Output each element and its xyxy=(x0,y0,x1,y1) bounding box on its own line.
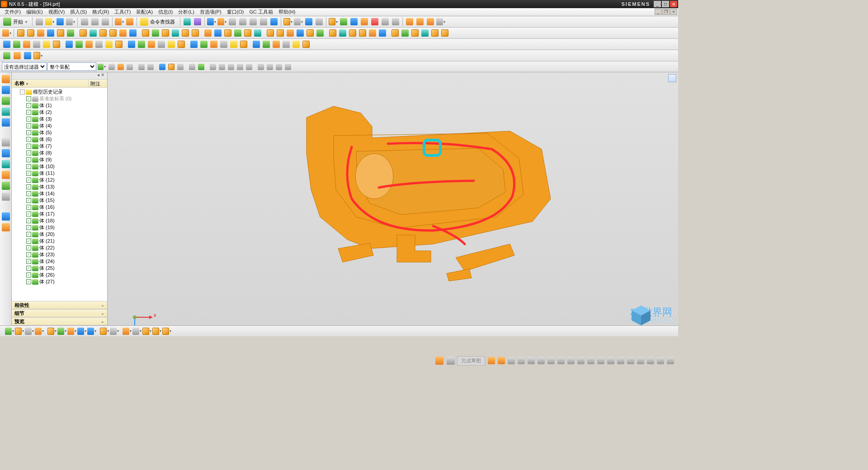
clip-button[interactable] xyxy=(349,17,359,27)
checkbox-icon[interactable]: ✓ xyxy=(26,232,31,237)
bottom-button-7[interactable] xyxy=(67,326,77,336)
checkbox-icon[interactable]: ✓ xyxy=(26,130,31,135)
new-button[interactable] xyxy=(34,17,44,27)
tree-row[interactable]: ✓体 (22) xyxy=(13,244,107,251)
checkbox-icon[interactable]: ✓ xyxy=(26,266,31,271)
feature-button-13[interactable] xyxy=(141,28,151,38)
checkbox-icon[interactable]: ✓ xyxy=(26,123,31,128)
checkbox-icon[interactable]: ✓ xyxy=(26,103,31,108)
edit-button-20[interactable] xyxy=(199,39,209,49)
sketch-tool-15[interactable] xyxy=(626,356,636,366)
feature-button-34[interactable] xyxy=(358,28,368,38)
bottom-button-3[interactable] xyxy=(24,326,34,336)
menu-help[interactable]: 帮助(H) xyxy=(276,9,298,15)
help-icon-button[interactable] xyxy=(193,17,203,27)
feature-button-19[interactable] xyxy=(203,28,213,38)
copy-button[interactable] xyxy=(90,17,100,27)
feature-button-6[interactable] xyxy=(66,28,75,38)
system-tab[interactable] xyxy=(2,160,10,168)
doc-restore-button[interactable]: ❐ xyxy=(662,9,670,15)
seethru-button[interactable] xyxy=(304,17,314,27)
checkbox-icon[interactable]: ✓ xyxy=(26,157,31,162)
doc-minimize-button[interactable]: _ xyxy=(655,9,662,15)
checkbox-icon[interactable]: ✓ xyxy=(26,259,31,264)
start-button[interactable]: 开始 xyxy=(2,17,30,26)
doc-close-button[interactable]: × xyxy=(670,9,677,15)
bottom-button-10[interactable] xyxy=(99,326,109,336)
wireframe-button[interactable] xyxy=(293,17,303,27)
menu-assembly[interactable]: 装配(A) xyxy=(133,9,156,15)
edit-button-6[interactable] xyxy=(52,39,61,49)
hide-button[interactable] xyxy=(391,17,401,27)
bottom-button-14[interactable] xyxy=(142,326,152,336)
edit-button-23[interactable] xyxy=(229,39,239,49)
feature-button-27[interactable] xyxy=(285,28,295,38)
sketch-tool-1[interactable] xyxy=(486,356,496,366)
wave-button[interactable] xyxy=(339,17,349,27)
tree-row[interactable]: ✓体 (15) xyxy=(13,197,107,204)
sync-2[interactable] xyxy=(12,51,22,61)
finish-sketch-button[interactable]: 完成草图 xyxy=(457,356,485,366)
feature-button-15[interactable] xyxy=(160,28,170,38)
tree-row[interactable]: ✓体 (14) xyxy=(13,190,107,197)
feature-button-18[interactable] xyxy=(190,28,200,38)
checkbox-icon[interactable]: ✓ xyxy=(26,144,31,149)
edit-button-12[interactable] xyxy=(114,39,124,49)
bottom-button-1[interactable] xyxy=(5,326,14,336)
checkbox-icon[interactable]: ✓ xyxy=(26,178,31,183)
tree-row[interactable]: ✓体 (23) xyxy=(13,251,107,258)
minimize-button[interactable]: _ xyxy=(654,1,661,7)
sel-tool-11[interactable] xyxy=(197,62,206,71)
checkbox-icon[interactable]: ✓ xyxy=(26,252,31,257)
bottom-button-2[interactable] xyxy=(14,326,24,336)
tree-row[interactable]: ✓体 (10) xyxy=(13,163,107,170)
tree-row[interactable]: ✓体 (1) xyxy=(13,102,107,109)
tree-row[interactable]: ✓体 (8) xyxy=(13,150,107,156)
menu-info[interactable]: 信息(I) xyxy=(156,9,175,15)
edit-button-1[interactable] xyxy=(2,39,12,49)
touch-button[interactable] xyxy=(182,17,192,27)
edit-button-16[interactable] xyxy=(156,39,166,49)
checkbox-icon[interactable]: ✓ xyxy=(26,110,31,115)
edit-button-22[interactable] xyxy=(219,39,229,49)
sel-tool-6[interactable] xyxy=(146,62,155,71)
edit-button-11[interactable] xyxy=(104,39,114,49)
hd3d-tab[interactable] xyxy=(2,182,10,190)
edit-button-17[interactable] xyxy=(166,39,176,49)
measure-dist-button[interactable] xyxy=(405,17,415,27)
feature-button-24[interactable] xyxy=(253,28,263,38)
reuse-library-tab[interactable] xyxy=(2,108,10,116)
feature-button-22[interactable] xyxy=(233,28,243,38)
command-finder-button[interactable]: 命令查找器 xyxy=(139,17,178,26)
tree-row[interactable]: ✓体 (13) xyxy=(13,183,107,190)
menu-tools[interactable]: 工具(T) xyxy=(112,9,133,15)
sketch-tool-11[interactable] xyxy=(586,356,596,366)
tree-row[interactable]: ✓体 (3) xyxy=(13,116,107,122)
feature-button-41[interactable] xyxy=(430,28,440,38)
redo-button[interactable] xyxy=(125,17,135,27)
menu-file[interactable]: 文件(F) xyxy=(2,9,24,15)
sync-1[interactable] xyxy=(2,51,12,61)
menu-edit[interactable]: 编辑(E) xyxy=(24,9,46,15)
maximize-button[interactable]: □ xyxy=(662,1,669,7)
sketch-tool-17[interactable] xyxy=(646,356,656,366)
cut-button[interactable] xyxy=(80,17,90,27)
feature-button-7[interactable] xyxy=(78,28,88,38)
col-name[interactable]: 名称 xyxy=(12,80,88,87)
edit-button-8[interactable] xyxy=(74,39,84,49)
checkbox-icon[interactable]: ✓ xyxy=(26,218,31,223)
feature-button-4[interactable] xyxy=(46,28,56,38)
web-browser-tab[interactable] xyxy=(2,118,10,127)
sketch-tool-6[interactable] xyxy=(536,356,546,366)
tree-scroll[interactable]: −模型历史记录✓基准坐标系 (0)✓体 (1)✓体 (2)✓体 (3)✓体 (4… xyxy=(12,88,107,301)
feature-button-3[interactable] xyxy=(36,28,46,38)
tree-row[interactable]: ✓体 (12) xyxy=(13,177,107,183)
feature-button-20[interactable] xyxy=(213,28,223,38)
feature-button-33[interactable] xyxy=(348,28,358,38)
layer-button[interactable] xyxy=(328,17,338,27)
sel-tool-15[interactable] xyxy=(236,62,245,71)
expand-icon[interactable]: − xyxy=(20,89,25,94)
undo-button[interactable] xyxy=(114,17,124,27)
checkbox-icon[interactable]: ✓ xyxy=(26,184,31,189)
sketch-flag-icon[interactable] xyxy=(434,356,444,366)
